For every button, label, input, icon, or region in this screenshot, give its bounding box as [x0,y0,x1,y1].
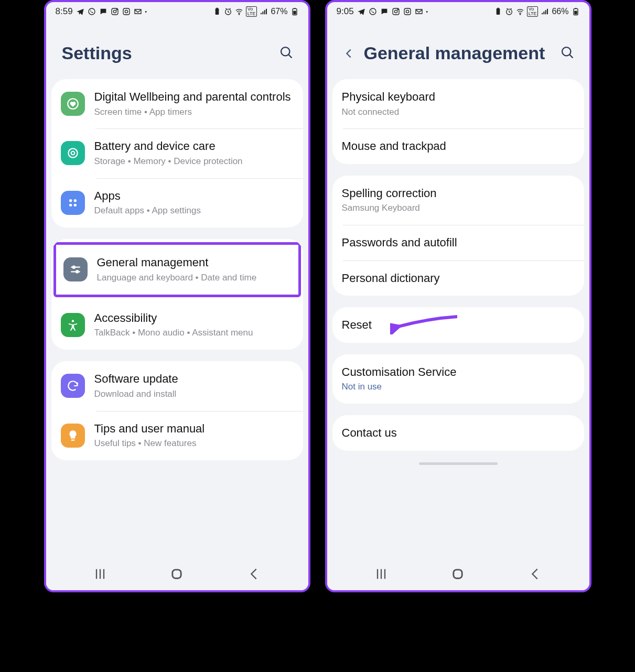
update-icon [61,374,85,398]
svg-rect-32 [497,8,499,8]
svg-point-3 [116,9,117,10]
settings-row-digital-wellbeing-and-parental-controls[interactable]: Digital Wellbeing and parental controlsS… [51,79,303,128]
back-button[interactable] [246,567,261,581]
svg-point-38 [562,47,571,56]
svg-point-18 [73,199,76,202]
settings-group: Physical keyboardNot connectedMouse and … [332,79,584,164]
row-title: Personal dictionary [342,271,574,286]
search-icon[interactable] [560,45,575,62]
back-button[interactable] [528,567,542,581]
header: General management [327,19,589,79]
row-title: General management [97,255,288,270]
more-dot-icon: • [145,9,147,15]
svg-point-19 [69,204,71,207]
chat-icon [99,7,107,16]
more-dot-icon: • [426,9,428,15]
settings-row-tips-and-user-manual[interactable]: Tips and user manualUseful tips • New fe… [51,411,303,460]
apps-icon [61,191,85,215]
svg-rect-24 [173,570,181,578]
status-time: 9:05 [337,6,354,17]
row-title: Reset [342,318,574,332]
svg-rect-37 [574,11,577,15]
nav-bar [46,558,308,590]
settings-row-passwords-and-autofill[interactable]: Passwords and autofill [332,225,584,261]
alarm-icon [224,7,232,16]
telegram-icon [357,7,365,16]
wifi-icon [235,7,243,16]
phone-general-management: 9:05 • VoLTE 66% [325,0,591,592]
instagram2-icon [403,7,412,16]
svg-point-20 [73,204,76,207]
row-subtitle: Language and keyboard • Date and time [97,272,288,284]
svg-point-15 [68,149,77,158]
svg-point-34 [520,14,520,15]
svg-rect-36 [575,8,577,8]
signal-icon [541,7,549,16]
whatsapp-icon [369,7,377,16]
telegram-icon [76,7,84,16]
svg-point-27 [394,10,397,13]
row-subtitle: Storage • Memory • Device protection [94,156,293,168]
home-button[interactable] [450,567,465,581]
settings-row-accessibility[interactable]: AccessibilityTalkBack • Mono audio • Ass… [51,300,303,350]
alarm-icon [505,7,513,16]
recent-apps-button[interactable] [374,567,389,581]
settings-row-battery-and-device-care[interactable]: Battery and device careStorage • Memory … [51,128,303,178]
chat-icon [380,7,389,16]
instagram-icon [392,7,400,16]
svg-rect-39 [454,570,462,578]
svg-point-30 [406,10,408,13]
settings-row-reset[interactable]: Reset [332,307,584,343]
settings-row-mouse-and-trackpad[interactable]: Mouse and trackpad [332,128,584,164]
phone-settings: 8:59 • VoLTE 67% Settings [44,0,310,592]
settings-group: Digital Wellbeing and parental controlsS… [51,79,303,227]
row-subtitle: Samsung Keyboard [342,202,574,214]
row-subtitle: Useful tips • New features [94,438,293,450]
settings-row-general-management[interactable]: General managementLanguage and keyboard … [56,245,298,294]
settings-row-personal-dictionary[interactable]: Personal dictionary [332,261,584,296]
home-button[interactable] [169,567,184,581]
settings-row-customisation-service[interactable]: Customisation ServiceNot in use [332,354,584,404]
row-subtitle: Screen time • App timers [94,106,293,118]
row-title: Customisation Service [342,365,574,380]
settings-row-physical-keyboard[interactable]: Physical keyboardNot connected [332,79,584,128]
settings-group: Reset [332,307,584,343]
gmail-icon [134,7,142,16]
nav-bar [327,558,589,590]
row-subtitle: Not in use [342,381,574,393]
gmail-icon [415,7,423,16]
settings-group: Contact us [332,415,584,451]
row-title: Digital Wellbeing and parental controls [94,90,293,104]
volte-icon: VoLTE [527,6,539,17]
access-icon [61,313,85,337]
settings-row-software-update[interactable]: Software updateDownload and install [51,361,303,410]
search-icon[interactable] [279,45,294,62]
svg-point-5 [125,10,127,13]
highlight-annotation: General managementLanguage and keyboard … [53,242,301,297]
page-title: Settings [62,43,132,63]
svg-rect-12 [293,11,296,15]
heart-icon [61,92,85,116]
back-button[interactable] [343,43,354,63]
row-subtitle: TalkBack • Mono audio • Assistant menu [94,327,293,339]
settings-row-spelling-correction[interactable]: Spelling correctionSamsung Keyboard [332,176,584,225]
settings-row-apps[interactable]: AppsDefault apps • App settings [51,178,303,227]
row-subtitle: Not connected [342,106,574,118]
row-title: Spelling correction [342,186,574,201]
battery-icon [290,7,299,16]
row-title: Passwords and autofill [342,235,574,250]
recent-apps-button[interactable] [93,567,107,581]
battery-saver-icon [494,7,502,16]
instagram-icon [111,7,119,16]
row-title: Mouse and trackpad [342,139,574,154]
settings-row-contact-us[interactable]: Contact us [332,415,584,451]
settings-group: Spelling correctionSamsung KeyboardPassw… [332,176,584,296]
row-title: Physical keyboard [342,90,574,104]
svg-point-21 [72,266,74,268]
svg-point-9 [239,14,239,15]
header: Settings [46,19,308,79]
svg-point-22 [76,270,78,273]
svg-rect-6 [215,8,219,15]
sliders-icon [63,257,88,281]
settings-group: General managementLanguage and keyboard … [51,239,303,350]
